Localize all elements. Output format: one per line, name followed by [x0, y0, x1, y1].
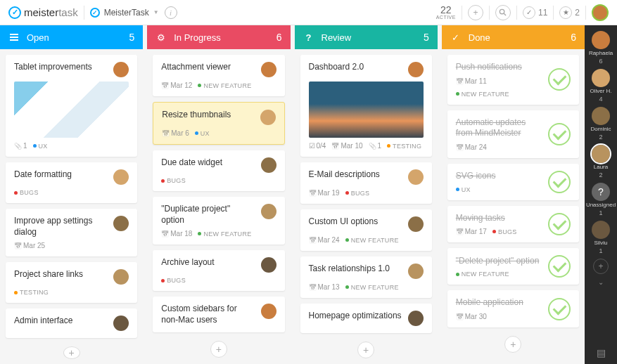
card-meta: BUGS: [14, 189, 129, 196]
task-card[interactable]: Improve app settings dialogMar 25: [6, 209, 137, 256]
due-date: Mar 24: [309, 236, 340, 244]
attachment-count: 1: [369, 142, 382, 150]
task-card[interactable]: "Delete project" optionNEW FEATURE: [447, 248, 579, 285]
project-check-icon: ✓: [90, 8, 100, 18]
task-card[interactable]: Task relationships 1.0Mar 13NEW FEATURE: [300, 256, 432, 298]
column-header[interactable]: ?Review5: [295, 25, 438, 49]
member-raphaela[interactable]: Raphaela6: [589, 31, 613, 65]
check-icon: ✓: [452, 32, 459, 43]
assignee-avatar[interactable]: [113, 316, 129, 331]
done-check-icon: [548, 255, 571, 278]
unassigned-icon: ?: [592, 183, 610, 201]
column-header[interactable]: ✓Done6: [442, 25, 585, 49]
task-card[interactable]: Project share linksTESTING: [6, 262, 137, 303]
assignee-avatar[interactable]: [408, 216, 424, 232]
card-meta: Mar 13NEW FEATURE: [309, 283, 424, 291]
card-title: Attachment viewer: [161, 62, 255, 73]
task-card[interactable]: Custom UI optionsMar 24NEW FEATURE: [300, 209, 432, 251]
column-body: Attachment viewerMar 12NEW FEATUREResize…: [147, 49, 290, 364]
card-meta: NEW FEATURE: [456, 271, 541, 278]
add-card-button[interactable]: +: [504, 336, 521, 353]
tag: NEW FEATURE: [198, 82, 251, 89]
card-title: Tablet improvements: [14, 62, 108, 73]
card-meta: TESTING: [14, 289, 129, 296]
assignee-avatar[interactable]: [113, 269, 129, 285]
completed-count[interactable]: ✓ 11: [523, 6, 547, 19]
add-member-button[interactable]: +: [593, 259, 609, 274]
assignee-avatar[interactable]: [261, 304, 276, 319]
task-card[interactable]: Resize thumbnailsMar 6UX: [153, 102, 284, 145]
task-card[interactable]: Moving tasksMar 17BUGS: [447, 206, 579, 243]
task-card[interactable]: Automatic updates from MindMeisterMar 24: [447, 110, 579, 158]
task-card[interactable]: Custom sidebars for non-Mac users: [153, 297, 284, 332]
assignee-avatar[interactable]: [408, 62, 424, 77]
task-card[interactable]: "Duplicate project" optionMar 18NEW FEAT…: [153, 197, 284, 245]
task-card[interactable]: SVG iconsUX: [447, 164, 579, 200]
member-laura[interactable]: Laura2: [592, 145, 610, 178]
assignee-avatar[interactable]: [408, 264, 424, 279]
active-count[interactable]: 22 ACTIVE: [436, 5, 456, 20]
assignee-avatar[interactable]: [261, 257, 276, 273]
assignee-avatar[interactable]: [113, 216, 129, 231]
card-meta: Mar 18NEW FEATURE: [161, 230, 276, 238]
column-header[interactable]: Open5: [0, 25, 143, 49]
card-title: Moving tasks: [456, 213, 541, 224]
task-card[interactable]: E-Mail descriptionsMar 19BUGS: [300, 162, 432, 204]
project-selector[interactable]: ✓ MeisterTask ▼: [90, 8, 159, 18]
assignee-avatar[interactable]: [261, 62, 276, 77]
due-date: Mar 18: [161, 230, 192, 238]
member-dominic[interactable]: Dominic2: [591, 107, 611, 141]
task-card[interactable]: Due date widgetBUGS: [153, 150, 284, 191]
assignee-avatar[interactable]: [113, 169, 129, 185]
main: Open5Tablet improvements1UXDate formatti…: [0, 25, 617, 364]
assignee-avatar[interactable]: [408, 169, 424, 185]
tag: UX: [195, 130, 210, 137]
member-avatar: [592, 107, 610, 125]
add-card-button[interactable]: +: [210, 341, 227, 358]
more-members-button[interactable]: ⌄: [598, 278, 604, 286]
view-toggle-icon[interactable]: ▤: [597, 347, 606, 358]
member-unassigned[interactable]: ?Unassigned1: [586, 183, 616, 216]
logo-text-light: task: [58, 6, 78, 18]
tag: UX: [33, 143, 48, 150]
task-card[interactable]: Attachment viewerMar 12NEW FEATURE: [153, 55, 284, 96]
info-icon[interactable]: i: [165, 6, 177, 19]
card-meta: Mar 30: [456, 313, 541, 320]
task-card[interactable]: Homepage optimizations: [300, 304, 432, 333]
assignee-avatar[interactable]: [260, 110, 276, 125]
column-title: Review: [322, 32, 352, 43]
card-title: SVG icons: [456, 171, 541, 182]
column-body: Dashboard 2.00/4Mar 101TESTINGE-Mail des…: [295, 49, 438, 364]
member-avatar: [592, 145, 610, 163]
user-avatar[interactable]: [592, 4, 609, 21]
member-avatar: [592, 221, 610, 239]
member-silviu[interactable]: Silviu1: [592, 221, 610, 254]
member-count: 6: [599, 58, 602, 65]
member-oliverh[interactable]: Oliver H.4: [590, 69, 611, 103]
card-title: Date formatting: [14, 169, 108, 181]
column-title: Done: [469, 32, 490, 43]
tag: NEW FEATURE: [345, 284, 399, 291]
assignee-avatar[interactable]: [261, 204, 276, 219]
task-card[interactable]: Dashboard 2.00/4Mar 101TESTING: [300, 55, 432, 157]
task-card[interactable]: Date formattingBUGS: [6, 162, 137, 203]
task-card[interactable]: Mobile applicationMar 30: [447, 290, 579, 327]
member-count: 2: [599, 134, 602, 141]
add-card-button[interactable]: +: [63, 346, 80, 359]
card-meta: 0/4Mar 101TESTING: [309, 142, 424, 150]
task-card[interactable]: Tablet improvements1UX: [6, 55, 137, 157]
star-icon: ★: [559, 6, 572, 19]
assignee-avatar[interactable]: [261, 157, 276, 173]
search-icon[interactable]: [495, 5, 511, 20]
add-button[interactable]: +: [468, 5, 483, 20]
assignee-avatar[interactable]: [408, 311, 424, 326]
add-card-button[interactable]: +: [357, 342, 374, 358]
card-meta: 1UX: [14, 142, 129, 150]
assignee-avatar[interactable]: [113, 62, 129, 77]
starred-count[interactable]: ★ 2: [559, 6, 580, 19]
task-card[interactable]: Admin interface: [6, 308, 137, 338]
task-card[interactable]: Push notificationsMar 11NEW FEATURE: [447, 55, 579, 105]
logo[interactable]: ✓ meistertask: [8, 6, 78, 19]
task-card[interactable]: Archive layoutBUGS: [153, 250, 284, 291]
column-header[interactable]: ⚙In Progress6: [147, 25, 290, 49]
